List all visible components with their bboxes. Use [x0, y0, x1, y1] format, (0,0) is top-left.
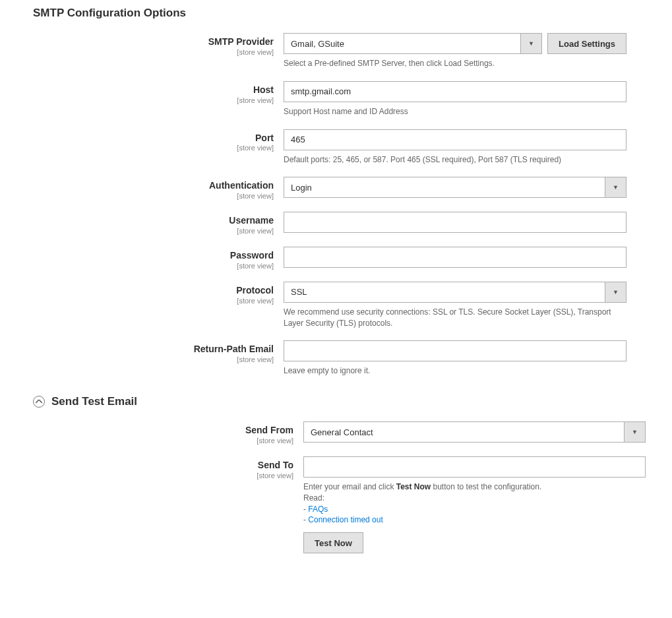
send-from-select[interactable]: General Contact ▼ [303, 421, 646, 443]
chevron-down-icon[interactable]: ▼ [521, 33, 542, 54]
port-label: Port [0, 133, 274, 144]
host-label: Host [0, 84, 274, 96]
authentication-label: Authentication [0, 180, 274, 191]
test-now-button[interactable]: Test Now [303, 532, 363, 553]
authentication-row: Authentication [store view] Login ▼ [0, 177, 672, 200]
scope-label: [store view] [0, 262, 274, 270]
password-label: Password [0, 250, 274, 261]
label-col: Send To [store view] [0, 456, 303, 479]
label-col: Send From [store view] [0, 421, 303, 445]
protocol-help: We recommend use security connections: S… [284, 307, 626, 329]
control-col: Login ▼ [284, 177, 653, 198]
protocol-select[interactable]: SSL ▼ [284, 282, 626, 303]
scope-label: [store view] [0, 472, 293, 479]
connection-timed-out-link[interactable]: Connection timed out [308, 515, 382, 524]
username-row: Username [store view] [0, 212, 672, 235]
send-to-row: Send To [store view] Enter your email an… [0, 456, 672, 553]
protocol-value: SSL [284, 282, 605, 303]
chevron-down-icon[interactable]: ▼ [605, 177, 626, 198]
chevron-up-icon [33, 396, 45, 408]
port-input[interactable] [284, 129, 626, 150]
host-help: Support Host name and ID Address [284, 106, 626, 117]
chevron-down-icon[interactable]: ▼ [605, 282, 626, 303]
send-from-value: General Contact [303, 421, 625, 443]
scope-label: [store view] [0, 48, 274, 56]
label-col: Username [store view] [0, 212, 284, 235]
control-col: Support Host name and ID Address [284, 81, 653, 117]
label-col: Password [store view] [0, 247, 284, 270]
smtp-provider-label: SMTP Provider [0, 36, 274, 47]
label-col: SMTP Provider [store view] [0, 33, 284, 56]
host-row: Host [store view] Support Host name and … [0, 81, 672, 117]
send-to-input[interactable] [303, 456, 646, 478]
username-label: Username [0, 215, 274, 226]
control-col: Leave empty to ignore it. [284, 340, 653, 377]
password-input[interactable] [284, 247, 626, 268]
control-col [284, 212, 653, 233]
authentication-value: Login [284, 177, 605, 198]
label-col: Port [store view] [0, 129, 284, 152]
send-to-help: Enter your email and click Test Now butt… [303, 481, 646, 526]
smtp-provider-row: SMTP Provider [store view] Gmail, GSuite… [0, 33, 672, 69]
help-text-part: button to test the configuration. [431, 482, 541, 491]
scope-label: [store view] [0, 297, 274, 305]
return-path-row: Return-Path Email [store view] Leave emp… [0, 340, 672, 377]
scope-label: [store view] [0, 437, 293, 445]
scope-label: [store view] [0, 192, 274, 200]
control-col: Enter your email and click Test Now butt… [303, 456, 672, 553]
control-col: Default ports: 25, 465, or 587. Port 465… [284, 129, 653, 166]
send-from-row: Send From [store view] General Contact ▼ [0, 421, 672, 445]
label-col: Protocol [store view] [0, 282, 284, 305]
scope-label: [store view] [0, 355, 274, 363]
send-from-label: Send From [0, 425, 293, 436]
smtp-provider-select[interactable]: Gmail, GSuite ▼ [284, 33, 542, 54]
load-settings-button[interactable]: Load Settings [547, 33, 626, 54]
port-help: Default ports: 25, 465, or 587. Port 465… [284, 154, 626, 166]
control-col: Gmail, GSuite ▼ Load Settings Select a P… [284, 33, 653, 69]
label-col: Authentication [store view] [0, 177, 284, 200]
send-to-label: Send To [0, 460, 293, 471]
username-input[interactable] [284, 212, 626, 233]
control-col [284, 247, 653, 268]
return-path-input[interactable] [284, 340, 626, 361]
faqs-link[interactable]: FAQs [308, 505, 328, 514]
port-row: Port [store view] Default ports: 25, 465… [0, 129, 672, 166]
send-test-email-section[interactable]: Send Test Email [0, 388, 672, 421]
scope-label: [store view] [0, 227, 274, 235]
protocol-label: Protocol [0, 285, 274, 296]
send-test-title: Send Test Email [51, 395, 137, 408]
smtp-provider-help: Select a Pre-defined SMTP Server, then c… [284, 58, 626, 69]
scope-label: [store view] [0, 144, 274, 152]
smtp-provider-value: Gmail, GSuite [284, 33, 521, 54]
scope-label: [store view] [0, 96, 274, 104]
host-input[interactable] [284, 81, 626, 102]
help-text-strong: Test Now [396, 482, 431, 491]
smtp-section-title: SMTP Configuration Options [0, 0, 672, 33]
chevron-down-icon[interactable]: ▼ [625, 421, 646, 443]
read-label: Read: [303, 493, 324, 503]
return-path-help: Leave empty to ignore it. [284, 365, 626, 377]
label-col: Host [store view] [0, 81, 284, 104]
password-row: Password [store view] [0, 247, 672, 270]
control-col: General Contact ▼ [303, 421, 672, 443]
return-path-label: Return-Path Email [0, 344, 274, 355]
label-col: Return-Path Email [store view] [0, 340, 284, 363]
help-text-part: Enter your email and click [303, 482, 396, 491]
protocol-row: Protocol [store view] SSL ▼ We recommend… [0, 282, 672, 329]
control-col: SSL ▼ We recommend use security connecti… [284, 282, 653, 329]
authentication-select[interactable]: Login ▼ [284, 177, 626, 198]
